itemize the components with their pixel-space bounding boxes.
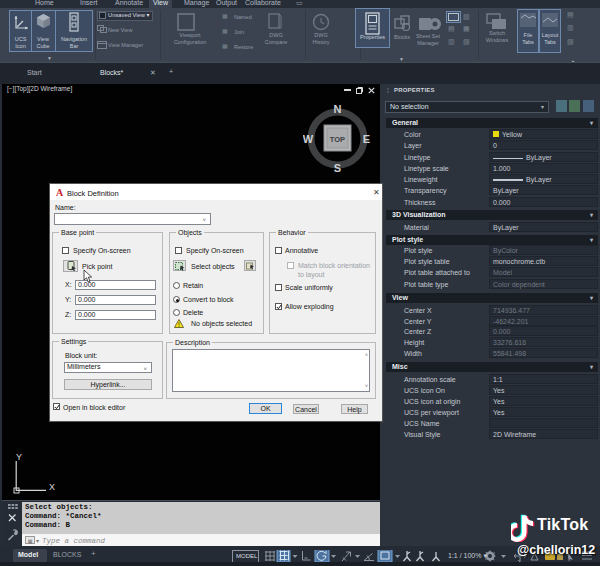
svg-text:Y: Y	[16, 452, 22, 462]
svg-text:X: X	[49, 482, 55, 492]
svg-text:S: S	[334, 162, 341, 173]
svg-text:E: E	[363, 133, 370, 145]
svg-text:TOP: TOP	[330, 135, 345, 144]
svg-text:N: N	[334, 104, 342, 115]
svg-text:W: W	[303, 133, 314, 145]
svg-text:!: !	[178, 321, 180, 328]
